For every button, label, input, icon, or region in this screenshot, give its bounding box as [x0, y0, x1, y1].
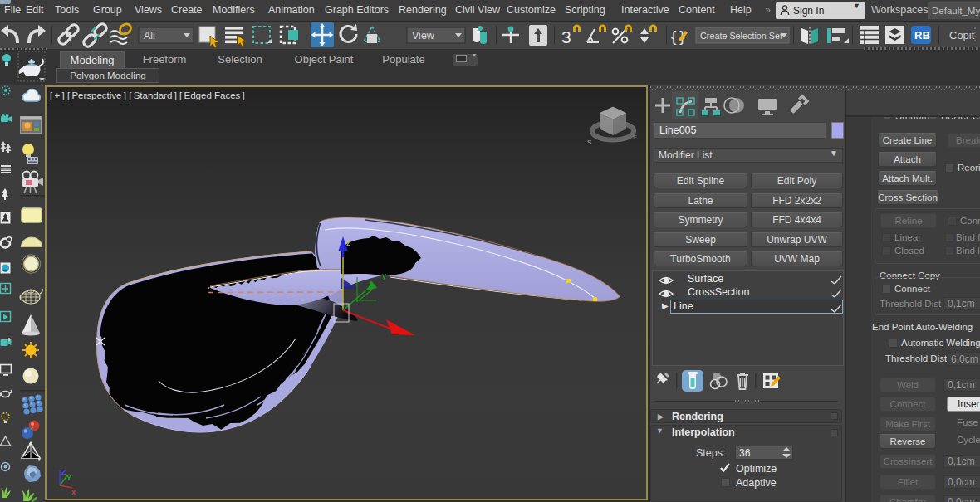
svg-text:Copit: Copit [949, 29, 975, 41]
svg-text:3: 3 [561, 27, 571, 46]
svg-text:Create Selection Set: Create Selection Set [700, 31, 782, 41]
svg-text:RB: RB [914, 29, 930, 41]
svg-text:View: View [412, 30, 435, 41]
svg-text:[ + ] [ Perspective ] [ Standa: [ + ] [ Perspective ] [ Standard ] [ Edg… [50, 90, 245, 100]
svg-text:Y: Y [66, 474, 71, 482]
svg-text:E: E [633, 134, 637, 141]
svg-text:z: z [346, 238, 350, 247]
svg-text:x: x [71, 488, 76, 496]
svg-text:S: S [587, 139, 591, 146]
svg-text:All: All [144, 30, 155, 41]
svg-text:y: y [382, 271, 386, 280]
